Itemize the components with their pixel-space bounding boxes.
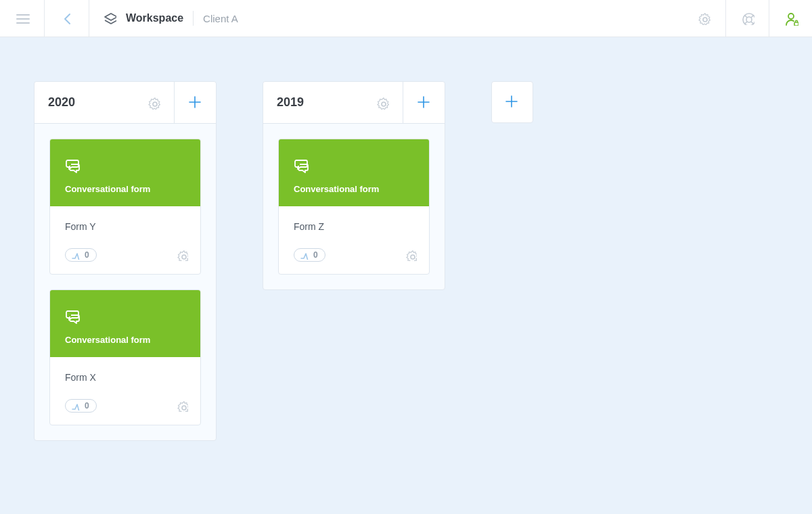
layers-icon	[103, 11, 116, 25]
response-count-pill[interactable]: 0	[65, 399, 97, 413]
group-add-button[interactable]	[174, 82, 216, 123]
activity-icon	[71, 401, 81, 411]
client-label: Client A	[203, 13, 238, 24]
response-count: 0	[313, 250, 318, 260]
topbar: Workspace Client A	[0, 0, 812, 37]
card-type-label: Conversational form	[294, 184, 414, 194]
back-button[interactable]	[45, 0, 89, 37]
account-button[interactable]	[769, 0, 812, 37]
group: 2019 Conversational form Form Z	[263, 81, 445, 290]
user-lock-icon	[784, 11, 798, 26]
group-header: 2020	[35, 82, 216, 124]
chat-icon	[65, 308, 87, 325]
activity-icon	[71, 250, 81, 260]
group-header: 2019	[263, 82, 445, 124]
help-button[interactable]	[725, 0, 769, 37]
group-add-button[interactable]	[403, 82, 445, 123]
response-count-pill[interactable]: 0	[294, 248, 325, 262]
settings-button[interactable]	[682, 0, 725, 37]
workspace: 2020 Conversational form Form Y	[0, 37, 812, 485]
form-card[interactable]: Conversational form Form Z 0	[278, 139, 430, 275]
card-settings-button[interactable]	[405, 249, 417, 261]
card-name: Form Z	[294, 221, 414, 232]
plus-icon	[187, 94, 204, 112]
gear-icon	[697, 11, 710, 25]
card-name: Form Y	[65, 221, 185, 232]
form-card[interactable]: Conversational form Form X 0	[49, 289, 201, 425]
group: 2020 Conversational form Form Y	[34, 81, 217, 441]
gear-icon	[147, 96, 160, 110]
group-title: 2020	[48, 95, 75, 110]
card-settings-button[interactable]	[176, 400, 188, 412]
gear-icon	[176, 249, 188, 261]
gear-icon	[176, 400, 188, 412]
form-card[interactable]: Conversational form Form Y 0	[49, 139, 201, 275]
group-settings-button[interactable]	[376, 96, 389, 110]
card-type-label: Conversational form	[65, 335, 185, 345]
group-settings-button[interactable]	[147, 96, 160, 110]
gear-icon	[405, 249, 417, 261]
hamburger-icon	[15, 11, 30, 26]
chat-icon	[65, 157, 87, 174]
response-count: 0	[85, 250, 89, 260]
lifering-icon	[741, 11, 754, 25]
card-name: Form X	[65, 372, 185, 383]
card-type-label: Conversational form	[65, 184, 185, 194]
chevron-left-icon	[60, 11, 74, 26]
plus-icon	[415, 94, 433, 112]
workspace-label: Workspace	[126, 12, 183, 24]
group-title: 2019	[277, 95, 304, 110]
card-settings-button[interactable]	[176, 249, 188, 261]
activity-icon	[300, 250, 309, 260]
breadcrumb-divider	[193, 11, 194, 26]
add-group-button[interactable]	[491, 81, 533, 123]
response-count: 0	[85, 401, 89, 411]
breadcrumb: Workspace Client A	[89, 0, 252, 37]
gear-icon	[376, 96, 389, 110]
menu-button[interactable]	[0, 0, 45, 37]
chat-icon	[294, 157, 315, 174]
plus-icon	[503, 93, 521, 111]
response-count-pill[interactable]: 0	[65, 248, 97, 262]
